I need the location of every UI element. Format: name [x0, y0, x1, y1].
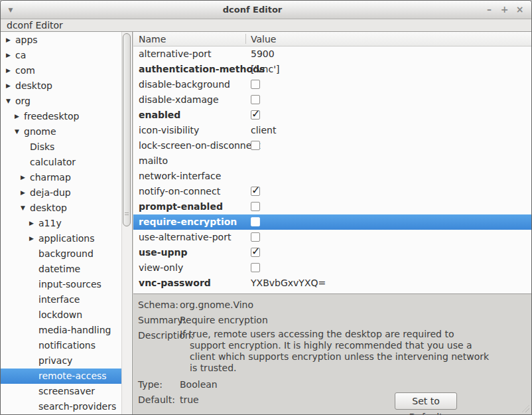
- tree-item-label: a11y: [38, 216, 62, 231]
- expander-right-icon[interactable]: ▶: [15, 109, 24, 124]
- schema-tree-panel: ▶apps▶ca▶com▶desktop▼org▶freedesktop▼gno…: [1, 32, 133, 414]
- description-line: client which supports encryption unless …: [190, 351, 489, 363]
- expander-right-icon[interactable]: ▶: [29, 216, 38, 231]
- tree-item-label: org: [15, 94, 31, 109]
- sidebar-item-deja-dup[interactable]: ▶deja-dup: [1, 185, 123, 201]
- sidebar-item-a11y[interactable]: ▶a11y: [1, 216, 123, 231]
- sidebar-item-input-sources[interactable]: input-sources: [1, 277, 123, 292]
- expander-right-icon[interactable]: ▶: [6, 33, 15, 48]
- key-row-disable-background[interactable]: disable-background: [133, 77, 531, 92]
- tree-item-label: freedesktop: [24, 109, 79, 124]
- expander-right-icon[interactable]: ▶: [6, 78, 15, 94]
- tree-item-label: media-handling: [38, 323, 111, 338]
- sidebar-item-org[interactable]: ▼org: [1, 94, 123, 109]
- sidebar-item-datetime[interactable]: datetime: [1, 262, 123, 277]
- checkbox-checked[interactable]: ✓: [251, 110, 260, 120]
- checkbox-unchecked[interactable]: [251, 202, 260, 211]
- key-info-panel: Schema:org.gnome.Vino Summary:Require en…: [133, 294, 531, 414]
- menubar: dconf Editor: [1, 19, 531, 31]
- checkbox-unchecked[interactable]: [251, 232, 260, 242]
- checkbox-unchecked[interactable]: [251, 80, 260, 89]
- key-row-alternative-port[interactable]: alternative-port5900: [133, 46, 531, 62]
- menu-dconf-editor[interactable]: dconf Editor: [1, 20, 69, 31]
- window-menu-icon[interactable]: ▼: [1, 7, 21, 13]
- checkbox-unchecked[interactable]: [251, 217, 260, 226]
- expander-down-icon[interactable]: ▼: [6, 94, 15, 109]
- sidebar-item-apps[interactable]: ▶apps: [1, 33, 123, 48]
- key-row-notify-on-connect[interactable]: notify-on-connect✓: [133, 184, 531, 199]
- window-title: dconf Editor: [21, 5, 484, 15]
- sidebar-item-notifications[interactable]: notifications: [1, 338, 123, 353]
- sidebar-item-search-providers[interactable]: search-providers: [1, 399, 123, 414]
- checkbox-unchecked[interactable]: [251, 95, 260, 104]
- sidebar-item-privacy[interactable]: privacy: [1, 353, 123, 369]
- key-row-require-encryption[interactable]: require-encryption: [133, 214, 531, 230]
- tree-item-label: input-sources: [38, 277, 101, 292]
- sidebar-item-interface[interactable]: interface: [1, 292, 123, 307]
- column-header-value[interactable]: Value: [133, 34, 276, 44]
- expander-down-icon[interactable]: ▼: [21, 201, 30, 216]
- checkbox-checked[interactable]: ✓: [251, 187, 260, 196]
- tree-item-label: desktop: [15, 78, 52, 94]
- default-row: Default:true: [138, 393, 199, 406]
- tree-item-label: datetime: [38, 262, 80, 277]
- sidebar-item-background[interactable]: background: [1, 246, 123, 262]
- sidebar-item-desktop[interactable]: ▶desktop: [1, 78, 123, 94]
- sidebar-item-desktop[interactable]: ▼desktop: [1, 201, 123, 216]
- key-row-prompt-enabled[interactable]: prompt-enabled: [133, 199, 531, 214]
- key-row-mailto[interactable]: mailto: [133, 153, 531, 169]
- titlebar[interactable]: ▼ dconf Editor – + ×: [1, 1, 531, 19]
- key-row-disable-xdamage[interactable]: disable-xdamage: [133, 92, 531, 108]
- checkbox-checked[interactable]: ✓: [251, 248, 260, 257]
- sidebar-item-remote-access[interactable]: remote-access: [1, 369, 123, 384]
- checkbox-unchecked[interactable]: [251, 263, 260, 272]
- key-row-use-upnp[interactable]: use-upnp✓: [133, 245, 531, 260]
- close-icon[interactable]: ×: [515, 1, 525, 19]
- sidebar-item-disks[interactable]: Disks: [1, 139, 123, 155]
- key-row-icon-visibility[interactable]: icon-visibilityclient: [133, 123, 531, 138]
- tree-item-label: desktop: [30, 201, 67, 216]
- expander-right-icon[interactable]: ▶: [21, 170, 30, 185]
- minimize-icon[interactable]: –: [484, 1, 494, 19]
- tree-scrollbar-thumb[interactable]: [123, 33, 131, 226]
- resize-grip-icon[interactable]: [522, 405, 529, 412]
- sidebar-item-applications[interactable]: ▶applications: [1, 231, 123, 246]
- schema-value: org.gnome.Vino: [180, 299, 253, 310]
- maximize-icon[interactable]: +: [499, 1, 509, 19]
- expander-right-icon[interactable]: ▶: [6, 48, 15, 63]
- key-row-view-only[interactable]: view-only: [133, 260, 531, 276]
- sidebar-item-freedesktop[interactable]: ▶freedesktop: [1, 109, 123, 124]
- sidebar-item-screensaver[interactable]: screensaver: [1, 384, 123, 399]
- key-row-network-interface[interactable]: network-interface: [133, 169, 531, 184]
- key-row-use-alternative-port[interactable]: use-alternative-port: [133, 230, 531, 245]
- description-line: support encryption. It is highly recomme…: [190, 340, 472, 351]
- schema-row: Schema:org.gnome.Vino: [138, 298, 253, 311]
- sidebar-item-charmap[interactable]: ▶charmap: [1, 170, 123, 185]
- key-name: alternative-port: [139, 46, 212, 62]
- key-row-enabled[interactable]: enabled✓: [133, 108, 531, 123]
- tree-item-label: privacy: [38, 353, 72, 369]
- expander-down-icon[interactable]: ▼: [15, 124, 24, 139]
- key-name: network-interface: [139, 169, 221, 184]
- check-icon: ✓: [251, 244, 260, 259]
- tree-item-label: gnome: [24, 124, 56, 139]
- expander-right-icon[interactable]: ▶: [29, 231, 38, 246]
- checkbox-unchecked[interactable]: [251, 141, 260, 150]
- key-name: disable-xdamage: [139, 92, 219, 108]
- set-to-default-button[interactable]: Set to Default: [395, 392, 457, 410]
- sidebar-item-com[interactable]: ▶com: [1, 63, 123, 78]
- key-row-authentication-methods[interactable]: authentication-methods['vnc']: [133, 62, 531, 77]
- sidebar-item-media-handling[interactable]: media-handling: [1, 323, 123, 338]
- expander-right-icon[interactable]: ▶: [6, 63, 15, 78]
- tree-scrollbar-track[interactable]: [121, 32, 131, 414]
- sidebar-item-lockdown[interactable]: lockdown: [1, 307, 123, 323]
- window-controls: – + ×: [484, 1, 531, 19]
- sidebar-item-gnome[interactable]: ▼gnome: [1, 124, 123, 139]
- sidebar-item-calculator[interactable]: calculator: [1, 155, 123, 170]
- key-row-lock-screen-on-disconnect[interactable]: lock-screen-on-disconnect: [133, 138, 531, 153]
- default-value: true: [180, 394, 199, 405]
- expander-right-icon[interactable]: ▶: [21, 185, 30, 201]
- sidebar-item-ca[interactable]: ▶ca: [1, 48, 123, 63]
- tree-item-label: ca: [15, 48, 26, 63]
- key-row-vnc-password[interactable]: vnc-passwordYXBvbGxvYXQ=: [133, 276, 531, 291]
